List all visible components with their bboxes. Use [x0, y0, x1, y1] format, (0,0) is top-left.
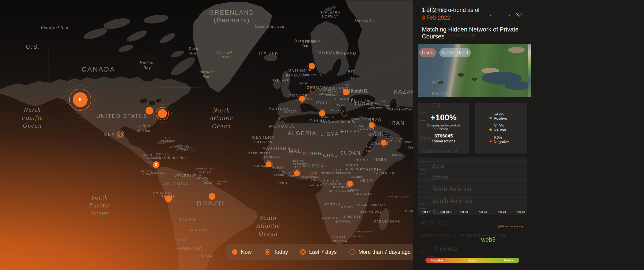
- legend-label: Last 7 days: [309, 249, 337, 255]
- sea-label: Mediterranean Sea: [320, 119, 359, 124]
- country-label: ZAMBIA: [339, 205, 353, 209]
- country-label: ALGERIA: [288, 130, 316, 137]
- map-marker[interactable]: [264, 160, 273, 169]
- country-label: SOUTH SUDAN: [346, 164, 358, 171]
- country-label: NAMIBIA: [322, 216, 338, 220]
- country-label: OMAN: [390, 153, 402, 157]
- country-label: EGYPT: [341, 128, 361, 135]
- country-label: MADAGASCAR: [373, 220, 400, 224]
- sentiment-label: Neutral: [494, 128, 506, 132]
- conversations-label: conversations: [432, 139, 456, 144]
- map-marker[interactable]: 6: [73, 92, 88, 107]
- chart-x-tick: Apr 20: [479, 210, 487, 214]
- sentiment-label: Negative: [494, 140, 509, 144]
- map-marker[interactable]: [292, 169, 302, 178]
- chart-x-tick: Apr 22: [517, 210, 525, 214]
- trend-chart: Apr 17Apr 18Apr 19Apr 20Apr 21Apr 22: [418, 158, 527, 215]
- map-marker[interactable]: [340, 109, 349, 118]
- map-marker[interactable]: [314, 44, 322, 53]
- country-label: UNITED ARAB EMIRATES: [386, 137, 403, 143]
- marker-dot-icon: [369, 122, 375, 128]
- trend-counter: 1 of 2 micro-trend as of: [422, 7, 480, 13]
- bar-label-positive: Positive: [504, 259, 514, 262]
- country-label: TOGO: [295, 166, 303, 169]
- country-label: NIGERIA: [303, 163, 324, 169]
- marker-dot-icon: [347, 181, 353, 187]
- ghost-chip-never-used: Never Used: [439, 48, 471, 57]
- country-label: BOTSWANA: [335, 220, 354, 223]
- sentiment-row-negative: 9.0%Negative: [490, 136, 527, 144]
- country-label: MALI: [289, 148, 303, 154]
- sea-label: South Pacific Ocean: [89, 194, 110, 217]
- country-label: HUNGARY: [326, 94, 340, 97]
- country-label: COSTA RICA: [141, 169, 152, 176]
- sentiment-pct: 9.0%: [494, 136, 509, 140]
- marker-dot-icon: [381, 140, 386, 146]
- country-label: SVALBARD (NORWAY): [320, 11, 340, 19]
- sentiment-pct: 59.2%: [494, 112, 507, 116]
- sea-label: Caribbean Sea: [156, 155, 187, 161]
- country-label: SENEGAL: [264, 155, 280, 159]
- country-label: MOROCCO: [269, 123, 296, 129]
- map-marker[interactable]: [346, 179, 354, 188]
- country-label: COLOMBIA: [164, 182, 188, 186]
- country-label: ITALY: [316, 101, 328, 105]
- legend-item-now: Now: [232, 244, 252, 260]
- sentiment-dot-icon: [490, 128, 492, 131]
- country-label: ERITREA: [353, 158, 369, 162]
- country-label: BULGARIA: [336, 103, 352, 106]
- map-marker[interactable]: [309, 172, 318, 181]
- map-marker[interactable]: 2: [152, 160, 160, 169]
- map-marker[interactable]: [342, 87, 350, 96]
- sea-label: Labrador Sea: [198, 70, 214, 79]
- country-label: LITH.: [344, 84, 352, 87]
- country-label: MAURITANIA: [262, 146, 291, 151]
- map-marker[interactable]: [307, 62, 316, 71]
- country-label: ANGOLA: [324, 202, 341, 207]
- map-marker[interactable]: [367, 121, 376, 129]
- map-marker[interactable]: [158, 109, 167, 118]
- chart-gridline: [521, 158, 521, 209]
- country-label: SWAZILAND: [356, 230, 372, 233]
- map-marker[interactable]: [208, 192, 216, 201]
- map-marker[interactable]: [298, 94, 306, 103]
- country-label: PORTUGAL: [269, 107, 291, 111]
- country-label: TANZANIA: [352, 192, 372, 196]
- country-label: PANAMA: [151, 172, 164, 175]
- chart-x-tick: Apr 17: [422, 210, 430, 214]
- marker-ring-icon: [310, 173, 317, 180]
- marker-dot-icon: [299, 96, 305, 102]
- marker-dot-icon: [209, 193, 216, 200]
- double-ring-marker-icon: [300, 249, 306, 255]
- country-label: GREENLAND (Denmark): [209, 9, 254, 24]
- legend-item-last-7-days: Last 7 days: [300, 244, 337, 260]
- tag-web3: web3: [477, 236, 500, 243]
- attribution-text: @ParamLaboratory: [485, 225, 524, 228]
- map-marker[interactable]: [308, 85, 317, 94]
- change-value: +100%: [430, 113, 457, 122]
- map-marker[interactable]: [278, 114, 287, 123]
- marker-dot-icon: [309, 63, 315, 69]
- marker-ring-icon: [309, 86, 316, 93]
- map-legend: NowTodayLast 7 daysMore than 7 days ago: [226, 244, 431, 260]
- country-label: GUINEA: [272, 166, 285, 169]
- map-marker[interactable]: [164, 194, 173, 203]
- country-label: WESTERN SAHARA: [252, 135, 275, 145]
- country-label: FRENCH GUIANA (FRANCE): [207, 180, 228, 185]
- map-marker[interactable]: [379, 138, 388, 147]
- country-label: PUERTO RICO (U.S.): [184, 147, 198, 152]
- marker-dot-icon: [165, 196, 172, 202]
- chart-x-tick: Apr 18: [440, 210, 449, 214]
- close-icon[interactable]: [515, 12, 521, 19]
- sentiment-dot-icon: [490, 140, 492, 143]
- sea-label: Caspian Sea: [381, 99, 394, 107]
- country-label: TRINIDAD AND TOBAGO: [194, 167, 216, 174]
- next-arrow-icon[interactable]: [502, 13, 511, 18]
- trend-image-golf-course: UsedNever Used APEEMA: [418, 44, 531, 97]
- marker-ring-icon: [116, 130, 124, 138]
- sea-label: Norwegian Sea: [295, 38, 316, 48]
- prev-arrow-icon[interactable]: [489, 13, 498, 18]
- map-marker[interactable]: [116, 130, 125, 139]
- map-marker[interactable]: [318, 109, 326, 118]
- country-label: NIGER: [303, 151, 322, 157]
